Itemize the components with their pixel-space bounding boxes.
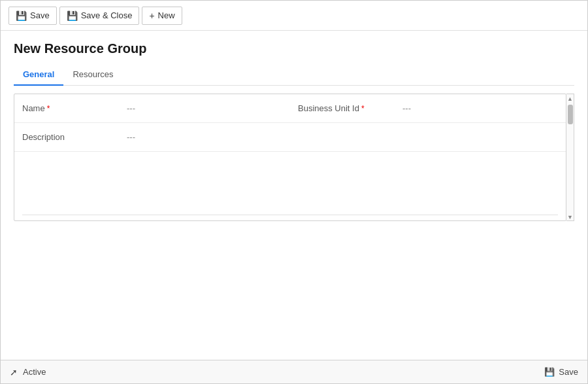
scroll-handle[interactable] bbox=[568, 105, 573, 124]
new-plus-icon: + bbox=[149, 10, 154, 21]
save-icon: 💾 bbox=[16, 10, 27, 21]
name-required-star: * bbox=[47, 104, 50, 113]
status-save-icon: 💾 bbox=[544, 367, 555, 377]
business-unit-required-star: * bbox=[361, 104, 365, 113]
tab-resources[interactable]: Resources bbox=[63, 64, 122, 86]
expand-icon[interactable]: ➚ bbox=[10, 367, 18, 377]
save-button[interactable]: 💾 Save bbox=[8, 7, 57, 25]
new-button[interactable]: + New bbox=[142, 7, 182, 25]
toolbar: 💾 Save 💾 Save & Close + New bbox=[1, 1, 587, 31]
status-label: Active bbox=[23, 367, 46, 377]
status-left: ➚ Active bbox=[10, 367, 46, 377]
form-row-name: Name * --- Business Unit Id * --- bbox=[14, 94, 566, 123]
description-value[interactable]: --- bbox=[119, 126, 350, 148]
form-row-spacer1 bbox=[14, 152, 566, 181]
form-container: Name * --- Business Unit Id * --- Descri… bbox=[14, 94, 566, 221]
scroll-down-arrow[interactable]: ▼ bbox=[567, 214, 574, 220]
description-label: Description bbox=[14, 126, 119, 148]
business-unit-id-label: Business Unit Id * bbox=[290, 97, 395, 120]
form-row-spacer2 bbox=[14, 181, 566, 209]
form-row-description: Description --- bbox=[14, 123, 566, 152]
save-close-button[interactable]: 💾 Save & Close bbox=[59, 7, 140, 25]
page-title: New Resource Group bbox=[14, 41, 574, 56]
name-label: Name * bbox=[14, 97, 119, 120]
status-bar: ➚ Active 💾 Save bbox=[1, 360, 587, 383]
new-button-label: New bbox=[158, 10, 175, 20]
form-scrollbar[interactable]: ▲ ▼ bbox=[566, 94, 574, 221]
tab-general[interactable]: General bbox=[14, 64, 63, 86]
scroll-up-arrow[interactable]: ▲ bbox=[567, 96, 574, 102]
save-button-label: Save bbox=[30, 10, 50, 20]
save-close-icon: 💾 bbox=[67, 10, 78, 21]
form-bottom-divider bbox=[22, 215, 558, 215]
tabs-bar: General Resources bbox=[14, 64, 574, 86]
name-value[interactable]: --- bbox=[119, 97, 290, 120]
status-save-label: Save bbox=[559, 367, 578, 377]
main-content: New Resource Group General Resources Nam… bbox=[1, 31, 587, 360]
status-save-button[interactable]: 💾 Save bbox=[544, 367, 578, 377]
scroll-track bbox=[566, 102, 574, 214]
save-close-button-label: Save & Close bbox=[81, 10, 133, 20]
form-area: Name * --- Business Unit Id * --- Descri… bbox=[14, 94, 574, 221]
business-unit-id-value[interactable]: --- bbox=[395, 97, 566, 120]
